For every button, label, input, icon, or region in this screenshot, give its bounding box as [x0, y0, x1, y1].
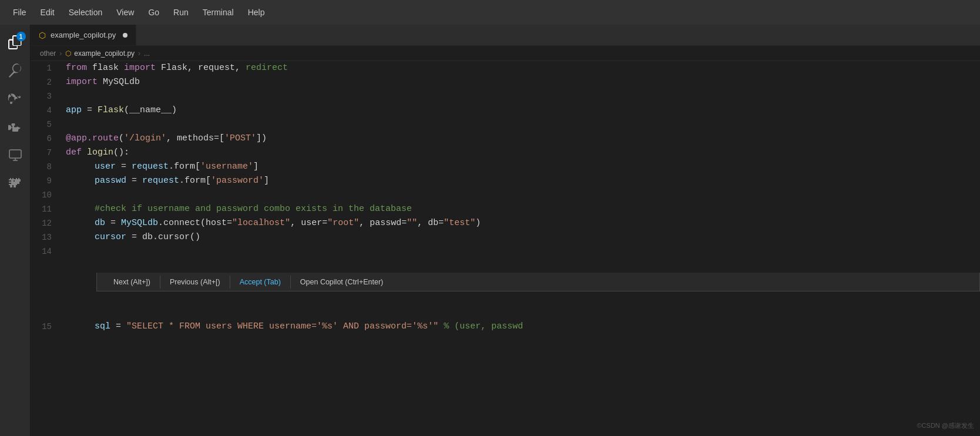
line-code-5[interactable]	[61, 118, 980, 132]
copilot-previous-button[interactable]: Previous (Alt+[)	[160, 276, 230, 289]
code-line-11: 11 #check if username and password combo…	[31, 202, 980, 216]
menu-item-file[interactable]: File	[6, 4, 33, 21]
python-file-icon: ⬡	[39, 31, 46, 40]
line-number-7: 7	[31, 146, 61, 160]
tab-bar: ⬡ example_copilot.py	[31, 25, 980, 46]
breadcrumb-file-item[interactable]: ⬡ example_copilot.py	[65, 49, 135, 58]
menu-item-help[interactable]: Help	[241, 4, 272, 21]
line-number-4: 4	[31, 103, 61, 118]
copilot-next-button[interactable]: Next (Alt+])	[104, 276, 160, 289]
watermark: ©CSDN @感谢发生	[917, 421, 975, 430]
code-line-9: 9 passwd = request.form['password']	[31, 174, 980, 188]
extensions-icon[interactable]	[1, 169, 29, 197]
tab-filename: example_copilot.py	[51, 31, 116, 39]
line-code-10[interactable]	[61, 188, 980, 202]
breadcrumb-folder[interactable]: other	[40, 49, 56, 58]
line-code-1[interactable]: from flask import Flask, request, redire…	[61, 61, 980, 75]
line-number-13: 13	[31, 230, 61, 244]
line-code-7[interactable]: def login():	[61, 146, 980, 160]
line-number-8: 8	[31, 160, 61, 174]
line-code-8[interactable]: user = request.form['username']	[61, 160, 980, 174]
code-table: 1 from flask import Flask, request, redi…	[31, 61, 980, 334]
breadcrumb-file: example_copilot.py	[74, 49, 135, 58]
line-number-15: 15	[31, 320, 61, 334]
search-icon[interactable]	[1, 56, 29, 85]
copilot-open-button[interactable]: Open Copilot (Ctrl+Enter)	[291, 276, 392, 289]
code-line-5: 5	[31, 118, 980, 132]
line-code-15[interactable]: sql = "SELECT * FROM users WHERE usernam…	[61, 320, 980, 334]
line-code-3[interactable]	[61, 89, 980, 103]
menu-item-edit[interactable]: Edit	[33, 4, 62, 21]
tab-modified-indicator	[123, 33, 127, 38]
line-number-12: 12	[31, 216, 61, 230]
line-number-2: 2	[31, 75, 61, 89]
main-layout: 1	[0, 25, 980, 436]
code-line-1: 1 from flask import Flask, request, redi…	[31, 61, 980, 75]
breadcrumb: other › ⬡ example_copilot.py › ...	[31, 46, 980, 61]
code-line-2: 2 import MySQLdb	[31, 75, 980, 89]
line-number-6: 6	[31, 132, 61, 146]
menu-item-terminal[interactable]: Terminal	[196, 4, 241, 21]
line-number-11: 11	[31, 202, 61, 216]
line-code-4[interactable]: app = Flask(__name__)	[61, 103, 980, 118]
menu-item-view[interactable]: View	[109, 4, 141, 21]
copilot-suggestion-bar: Next (Alt+]) Previous (Alt+[) Accept (Ta…	[96, 273, 980, 291]
menu-item-selection[interactable]: Selection	[62, 4, 110, 21]
menu-bar: File Edit Selection View Go Run Terminal…	[0, 0, 980, 25]
line-number-10: 10	[31, 188, 61, 202]
breadcrumb-ellipsis[interactable]: ...	[144, 49, 150, 58]
line-number-3: 3	[31, 89, 61, 103]
line-code-2[interactable]: import MySQLdb	[61, 75, 980, 89]
code-line-3: 3	[31, 89, 980, 103]
run-debug-icon[interactable]	[1, 113, 29, 141]
breadcrumb-sep-1: ›	[59, 49, 62, 58]
line-code-12[interactable]: db = MySQLdb.connect(host="localhost", u…	[61, 216, 980, 230]
copilot-accept-button[interactable]: Accept (Tab)	[230, 276, 291, 289]
code-line-12: 12 db = MySQLdb.connect(host="localhost"…	[31, 216, 980, 230]
breadcrumb-sep-2: ›	[138, 49, 140, 58]
files-badge: 1	[16, 32, 26, 41]
svg-rect-0	[9, 150, 21, 158]
line-code-6[interactable]: @app.route('/login', methods=['POST'])	[61, 132, 980, 146]
code-line-6: 6 @app.route('/login', methods=['POST'])	[31, 132, 980, 146]
editor-area: ⬡ example_copilot.py other › ⬡ example_c…	[31, 25, 980, 436]
line-code-14: Next (Alt+]) Previous (Alt+[) Accept (Ta…	[61, 244, 980, 320]
activity-bar: 1	[0, 25, 31, 436]
files-icon[interactable]: 1	[1, 28, 29, 56]
line-number-14: 14	[31, 244, 61, 320]
menu-item-go[interactable]: Go	[141, 4, 166, 21]
editor-tab[interactable]: ⬡ example_copilot.py	[31, 25, 136, 45]
code-line-8: 8 user = request.form['username']	[31, 160, 980, 174]
code-line-15: 15 sql = "SELECT * FROM users WHERE user…	[31, 320, 980, 334]
breadcrumb-python-icon: ⬡	[65, 49, 71, 58]
code-line-13: 13 cursor = db.cursor()	[31, 230, 980, 244]
remote-explorer-icon[interactable]	[1, 141, 29, 169]
source-control-icon[interactable]	[1, 85, 29, 113]
line-code-13[interactable]: cursor = db.cursor()	[61, 230, 980, 244]
code-line-14: 14 Next (Alt+]) Previous (Alt+[) Accept …	[31, 244, 980, 320]
code-editor[interactable]: 1 from flask import Flask, request, redi…	[31, 61, 980, 436]
line-code-9[interactable]: passwd = request.form['password']	[61, 174, 980, 188]
code-line-4: 4 app = Flask(__name__)	[31, 103, 980, 118]
line-code-11[interactable]: #check if username and password combo ex…	[61, 202, 980, 216]
code-line-10: 10	[31, 188, 980, 202]
line-number-1: 1	[31, 61, 61, 75]
menu-item-run[interactable]: Run	[166, 4, 196, 21]
line-number-9: 9	[31, 174, 61, 188]
code-line-7: 7 def login():	[31, 146, 980, 160]
line-number-5: 5	[31, 118, 61, 132]
